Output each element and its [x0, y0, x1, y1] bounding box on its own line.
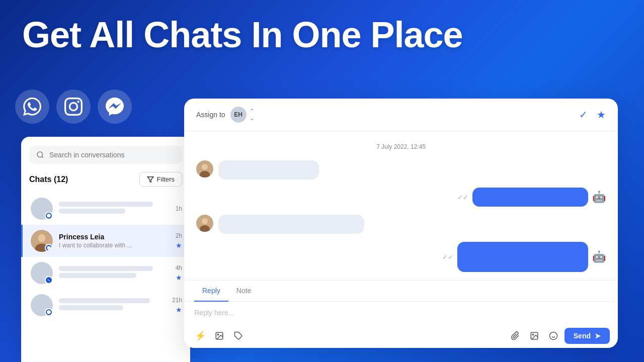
- send-label: Send: [574, 332, 591, 340]
- messenger-icon[interactable]: [98, 89, 132, 124]
- tab-reply[interactable]: Reply: [194, 281, 228, 302]
- msg-bubble: [218, 215, 364, 234]
- reply-input[interactable]: Reply here...: [184, 302, 618, 324]
- chat-meta: 21h ★: [172, 297, 182, 314]
- list-item-princess-leia[interactable]: Princess Leia I want to collaborate with…: [21, 225, 190, 257]
- chat-info: [59, 202, 170, 216]
- chat-meta: 1h: [176, 205, 182, 212]
- svg-point-17: [549, 332, 557, 340]
- avatar: [31, 230, 53, 252]
- preview-placeholder: [59, 273, 136, 278]
- msg-bubble-wrap: ✓✓ 🤖: [442, 242, 606, 272]
- filters-button[interactable]: Filters: [139, 172, 182, 187]
- list-item[interactable]: 1h: [21, 193, 190, 225]
- chat-time: 4h: [176, 264, 182, 272]
- msg-bubble: [472, 188, 588, 207]
- svg-line-1: [42, 156, 43, 158]
- msg-bubble: [457, 242, 588, 272]
- chat-meta: 2h ★: [176, 232, 182, 249]
- assignee-chevron-icon[interactable]: ⌃⌄: [250, 108, 255, 122]
- instagram-badge: [45, 244, 53, 252]
- photo-icon[interactable]: [526, 328, 542, 344]
- chat-time: 21h: [172, 297, 182, 304]
- send-button[interactable]: Send ➤: [565, 328, 610, 344]
- assign-label: Assign to: [196, 111, 225, 119]
- reply-toolbar: ⚡: [184, 324, 618, 348]
- instagram-icon[interactable]: [56, 89, 91, 124]
- svg-point-4: [38, 234, 45, 242]
- name-placeholder: [59, 202, 153, 207]
- msg-avatar: [196, 160, 213, 177]
- name-placeholder: [59, 266, 153, 271]
- svg-point-13: [217, 334, 218, 335]
- tag-icon[interactable]: [230, 328, 247, 344]
- reply-area: Reply Note Reply here... ⚡: [184, 280, 618, 348]
- msg-bubble-wrap: [218, 160, 319, 179]
- chat-panel: Assign to EH ⌃⌄ ✓ ★ 7 July 2022, 12:45: [184, 99, 618, 348]
- lightning-icon[interactable]: ⚡: [192, 328, 208, 344]
- messages-area: 7 July 2022, 12:45 ✓✓ 🤖: [184, 131, 618, 280]
- platform-icons: [15, 89, 132, 124]
- chat-time: 1h: [176, 205, 182, 212]
- checkmark-icon[interactable]: ✓: [579, 109, 588, 121]
- avatar: [31, 294, 53, 316]
- star-header-icon[interactable]: ★: [597, 109, 606, 121]
- messenger-badge: [45, 212, 53, 220]
- chat-list: 1h Princess Leia I want to collaborate w…: [21, 193, 190, 321]
- chat-sidebar: Chats (12) Filters 1h: [21, 137, 190, 362]
- message-incoming-2: [196, 215, 606, 234]
- svg-point-7: [202, 164, 208, 170]
- panel-header: Assign to EH ⌃⌄ ✓ ★: [184, 99, 618, 131]
- send-arrow-icon: ➤: [595, 332, 601, 340]
- msg-avatar: [196, 215, 213, 232]
- panel-header-actions: ✓ ★: [579, 109, 606, 121]
- tab-note[interactable]: Note: [228, 281, 260, 302]
- chats-header: Chats (12) Filters: [21, 170, 190, 193]
- name-placeholder: [59, 298, 150, 303]
- avatar: [31, 262, 53, 284]
- star-icon: ★: [176, 241, 182, 249]
- chat-info: Princess Leia I want to collaborate with…: [59, 233, 170, 249]
- messenger-badge2: [45, 308, 53, 316]
- msg-bubble-wrap: ✓✓ 🤖: [457, 188, 606, 207]
- msg-bubble: [218, 160, 319, 179]
- star-icon: ★: [176, 306, 182, 314]
- chat-info: [59, 266, 170, 280]
- message-outgoing-1: ✓✓ 🤖: [196, 188, 606, 207]
- chat-time: 2h: [176, 232, 182, 239]
- avatar: [31, 198, 53, 220]
- svg-marker-2: [147, 176, 153, 182]
- svg-point-0: [37, 152, 43, 157]
- assignee-avatar[interactable]: EH: [230, 107, 247, 123]
- chat-meta: 4h ★: [176, 264, 182, 282]
- bot-icon: 🤖: [592, 191, 606, 204]
- bot-icon: 🤖: [592, 250, 606, 263]
- message-incoming-1: [196, 160, 606, 179]
- svg-point-16: [532, 334, 533, 335]
- chat-preview: I want to collaborate with ...: [59, 242, 170, 249]
- chats-count-label: Chats (12): [29, 175, 68, 184]
- list-item[interactable]: 4h ★: [21, 257, 190, 289]
- whatsapp-icon[interactable]: [15, 89, 49, 124]
- image-icon[interactable]: [211, 328, 227, 344]
- msg-status-icon: ✓✓: [442, 253, 453, 261]
- search-icon: [36, 151, 44, 159]
- svg-point-10: [202, 218, 208, 224]
- reply-tabs: Reply Note: [184, 281, 618, 302]
- msg-bubble-wrap: [218, 215, 364, 234]
- list-item[interactable]: 21h ★: [21, 289, 190, 321]
- emoji-icon[interactable]: [545, 328, 561, 344]
- preview-placeholder: [59, 209, 125, 214]
- whatsapp-badge: [45, 276, 53, 284]
- search-bar[interactable]: [29, 146, 182, 164]
- preview-placeholder: [59, 305, 123, 310]
- search-input[interactable]: [49, 151, 175, 159]
- star-icon: ★: [176, 274, 182, 282]
- chat-info: [59, 298, 166, 312]
- filters-label: Filters: [157, 175, 175, 183]
- msg-status-icon: ✓✓: [457, 194, 468, 201]
- chat-name: Princess Leia: [59, 233, 170, 241]
- date-divider: 7 July 2022, 12:45: [196, 143, 606, 150]
- hero-heading: Get All Chats In One Place: [22, 15, 463, 55]
- attachment-icon[interactable]: [507, 328, 523, 344]
